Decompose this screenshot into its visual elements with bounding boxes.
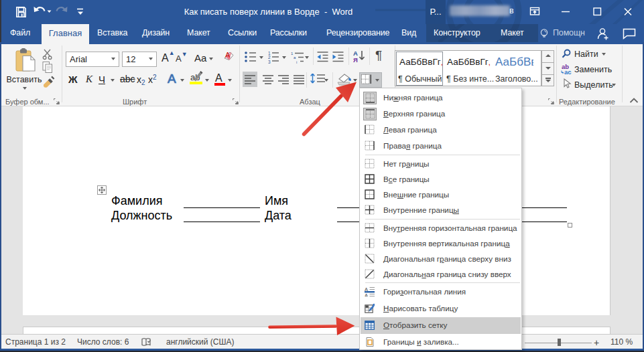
svg-text:i: i	[296, 60, 297, 64]
svg-text:Я: Я	[353, 56, 358, 64]
svg-text:A: A	[225, 51, 231, 59]
svg-text:ac: ac	[564, 68, 572, 75]
svg-text:a: a	[294, 56, 296, 60]
svg-text:A: A	[365, 292, 368, 296]
svg-text:3: 3	[268, 60, 271, 64]
